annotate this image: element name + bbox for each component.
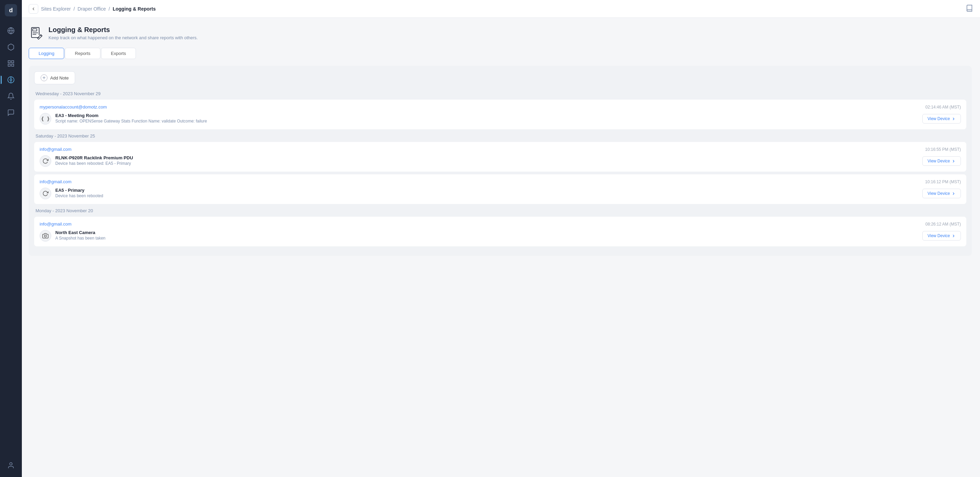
sidebar-item-mail[interactable] xyxy=(3,72,18,87)
svg-point-7 xyxy=(10,79,12,81)
chevron-right-icon xyxy=(951,234,956,238)
sidebar-item-globe[interactable] xyxy=(3,23,18,38)
log-email[interactable]: info@gmail.com xyxy=(40,179,72,184)
page-title: Logging & Reports xyxy=(48,26,198,34)
log-time: 10:16:12 PM (MST) xyxy=(925,179,961,184)
page-content: Logging & Reports Keep track on what hap… xyxy=(22,18,980,477)
log-area: + Add Note Wednesday - 2023 November 29m… xyxy=(29,66,972,256)
topbar: Sites Explorer / Draper Office / Logging… xyxy=(22,0,980,18)
refresh-icon xyxy=(42,158,48,164)
sidebar-item-feedback[interactable] xyxy=(3,105,18,120)
tabs: Logging Reports Exports xyxy=(29,48,972,59)
log-time: 08:26:12 AM (MST) xyxy=(925,222,961,227)
log-device-description: Script name: OPENSense Gateway Stats Fun… xyxy=(55,119,918,124)
breadcrumb-office[interactable]: Draper Office xyxy=(78,6,106,12)
add-note-button[interactable]: + Add Note xyxy=(34,71,75,84)
svg-point-13 xyxy=(10,463,12,465)
chevron-right-icon xyxy=(951,192,956,196)
log-entry-body: EA5 - PrimaryDevice has been rebootedVie… xyxy=(40,188,961,199)
svg-rect-4 xyxy=(8,64,10,66)
chevron-right-icon xyxy=(951,117,956,121)
sidebar-item-cube[interactable] xyxy=(3,40,18,55)
log-entry-body: North East CameraA Snapshot has been tak… xyxy=(40,230,961,242)
log-email[interactable]: mypersonalaccount@domotz.com xyxy=(40,105,107,109)
view-device-button[interactable]: View Device xyxy=(922,114,961,124)
page-description: Keep track on what happened on the netwo… xyxy=(48,35,198,40)
log-device-description: Device has been rebooted xyxy=(55,193,918,198)
curly-brace-icon: { } xyxy=(41,116,49,122)
log-device-name: EA3 - Meeting Room xyxy=(55,113,918,118)
log-entry: info@gmail.com08:26:12 AM (MST)North Eas… xyxy=(34,217,966,246)
svg-rect-2 xyxy=(8,61,10,63)
log-email[interactable]: info@gmail.com xyxy=(40,222,72,227)
log-entry-text: EA5 - PrimaryDevice has been rebooted xyxy=(55,188,918,198)
svg-rect-15 xyxy=(33,29,37,31)
log-date-section: Monday - 2023 November 20info@gmail.com0… xyxy=(34,208,966,246)
log-entry-header: mypersonalaccount@domotz.com02:14:46 AM … xyxy=(40,105,961,109)
breadcrumb-current: Logging & Reports xyxy=(113,6,156,12)
log-entry-header: info@gmail.com10:16:12 PM (MST) xyxy=(40,179,961,184)
main-content: Sites Explorer / Draper Office / Logging… xyxy=(22,0,980,477)
chevron-right-icon xyxy=(951,159,956,163)
topbar-right xyxy=(966,5,973,13)
add-note-label: Add Note xyxy=(50,75,68,81)
sidebar-item-bell[interactable] xyxy=(3,89,18,104)
log-device-icon xyxy=(40,230,51,242)
log-entry-text: RLNK-P920R Racklink Premium PDUDevice ha… xyxy=(55,155,918,166)
view-device-button[interactable]: View Device xyxy=(922,189,961,198)
back-button[interactable] xyxy=(29,4,38,14)
refresh-icon xyxy=(42,190,48,197)
log-entry-text: North East CameraA Snapshot has been tak… xyxy=(55,230,918,241)
log-entry: info@gmail.com10:16:12 PM (MST)EA5 - Pri… xyxy=(34,174,966,204)
log-date-label: Wednesday - 2023 November 29 xyxy=(34,91,966,96)
log-entry-header: info@gmail.com08:26:12 AM (MST) xyxy=(40,222,961,227)
sidebar: d xyxy=(0,0,22,477)
sidebar-item-user[interactable] xyxy=(3,458,18,473)
svg-point-20 xyxy=(45,235,46,237)
view-device-label: View Device xyxy=(928,233,950,238)
log-entry: mypersonalaccount@domotz.com02:14:46 AM … xyxy=(34,100,966,129)
tab-logging[interactable]: Logging xyxy=(29,48,64,59)
log-device-description: A Snapshot has been taken xyxy=(55,236,918,241)
page-header: Logging & Reports Keep track on what hap… xyxy=(29,26,972,41)
camera-icon xyxy=(42,233,48,239)
log-device-name: North East Camera xyxy=(55,230,918,235)
page-header-text: Logging & Reports Keep track on what hap… xyxy=(48,26,198,40)
view-device-label: View Device xyxy=(928,191,950,196)
log-device-name: EA5 - Primary xyxy=(55,188,918,193)
app-logo[interactable]: d xyxy=(5,4,17,16)
breadcrumb: Sites Explorer / Draper Office / Logging… xyxy=(41,6,156,12)
svg-rect-3 xyxy=(12,61,14,63)
log-time: 10:16:55 PM (MST) xyxy=(925,147,961,152)
view-device-label: View Device xyxy=(928,116,950,121)
breadcrumb-sep-2: / xyxy=(108,6,110,12)
plus-icon: + xyxy=(41,74,48,81)
log-device-icon xyxy=(40,188,51,199)
tab-reports[interactable]: Reports xyxy=(65,48,100,59)
breadcrumb-sites[interactable]: Sites Explorer xyxy=(41,6,71,12)
sidebar-item-list[interactable] xyxy=(3,56,18,71)
book-icon[interactable] xyxy=(966,5,973,13)
svg-rect-5 xyxy=(12,64,14,66)
log-date-section: Wednesday - 2023 November 29mypersonalac… xyxy=(34,91,966,129)
log-date-label: Saturday - 2023 November 25 xyxy=(34,133,966,138)
view-device-button[interactable]: View Device xyxy=(922,231,961,241)
log-device-name: RLNK-P920R Racklink Premium PDU xyxy=(55,155,918,160)
log-email[interactable]: info@gmail.com xyxy=(40,147,72,152)
log-entry-text: EA3 - Meeting RoomScript name: OPENSense… xyxy=(55,113,918,124)
log-date-label: Monday - 2023 November 20 xyxy=(34,208,966,213)
tab-exports[interactable]: Exports xyxy=(101,48,136,59)
log-time: 02:14:46 AM (MST) xyxy=(925,105,961,109)
log-entry-body: RLNK-P920R Racklink Premium PDUDevice ha… xyxy=(40,155,961,167)
log-sections: Wednesday - 2023 November 29mypersonalac… xyxy=(34,91,966,246)
log-device-icon xyxy=(40,155,51,167)
log-entry-body: { }EA3 - Meeting RoomScript name: OPENSe… xyxy=(40,113,961,125)
breadcrumb-sep-1: / xyxy=(73,6,75,12)
log-device-description: Device has been rebooted: EA5 - Primary xyxy=(55,161,918,166)
view-device-button[interactable]: View Device xyxy=(922,156,961,166)
page-icon xyxy=(29,26,44,41)
log-entry-header: info@gmail.com10:16:55 PM (MST) xyxy=(40,147,961,152)
log-device-icon: { } xyxy=(40,113,51,125)
view-device-label: View Device xyxy=(928,158,950,163)
log-entry: info@gmail.com10:16:55 PM (MST)RLNK-P920… xyxy=(34,142,966,172)
